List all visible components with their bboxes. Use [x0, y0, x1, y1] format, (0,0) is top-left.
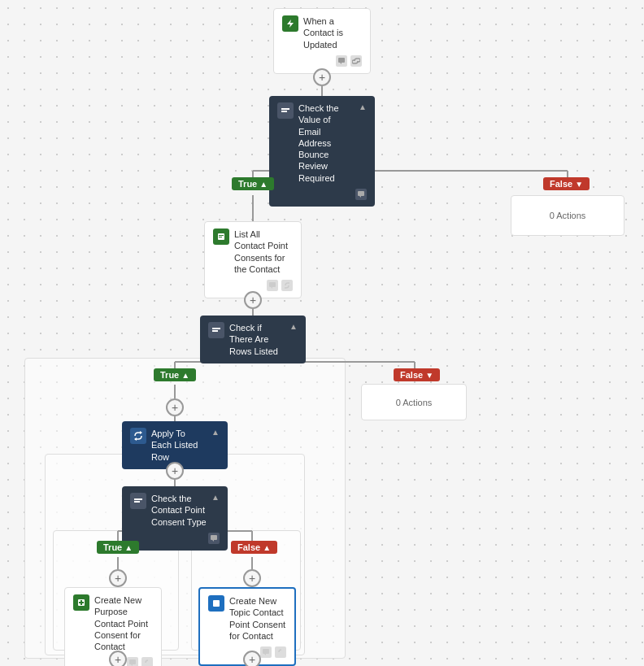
svg-marker-36: [271, 287, 272, 289]
lightning-icon: [282, 15, 298, 32]
true2-chevron: ▲: [181, 371, 189, 380]
true1-chevron: ▲: [259, 180, 268, 189]
svg-marker-40: [134, 437, 137, 441]
condition3-header: Check the Contact Point Consent Type ▲: [130, 493, 220, 528]
plus-btn-7[interactable]: +: [109, 651, 127, 666]
svg-marker-44: [212, 540, 214, 542]
svg-rect-53: [263, 649, 269, 654]
condition1-header: Check the Value of Email Address Bounce …: [277, 102, 367, 184]
svg-rect-48: [129, 659, 136, 664]
action1-title: List All Contact Point Consents for the …: [234, 229, 293, 275]
condition3-icon: [130, 493, 146, 509]
condition2-icon: [208, 322, 224, 338]
loop-chevron: ▲: [211, 428, 220, 437]
link-icon: [350, 55, 362, 67]
svg-rect-35: [269, 282, 276, 287]
svg-rect-26: [338, 58, 345, 63]
svg-marker-27: [340, 63, 342, 64]
plus-btn-1[interactable]: +: [313, 68, 331, 86]
svg-rect-42: [134, 501, 140, 503]
trigger-node-header: When a Contact is Updated: [282, 15, 362, 50]
action3-title: Create New Topic Contact Point Consent f…: [229, 595, 286, 642]
true-label-1[interactable]: True ▲: [232, 177, 274, 190]
condition1-footer: [277, 189, 367, 200]
loop-icon: [130, 428, 146, 444]
false-box-2: 0 Actions: [361, 384, 467, 420]
action1-link-icon: [281, 280, 293, 291]
svg-rect-33: [219, 235, 224, 236]
plus-btn-6[interactable]: +: [243, 569, 261, 587]
action2-title: Create New Purpose Contact Point Consent…: [94, 594, 153, 652]
condition1-comment-icon: [355, 189, 367, 200]
svg-rect-29: [281, 111, 287, 112]
svg-rect-47: [79, 602, 84, 603]
plus-btn-5[interactable]: +: [109, 569, 127, 587]
action2-comment-icon: [127, 657, 138, 666]
true3-chevron: ▲: [124, 543, 133, 552]
action3-link-icon: [275, 646, 286, 658]
loop-header: Apply To Each Listed Row ▲: [130, 428, 220, 463]
condition2-chevron: ▲: [289, 322, 298, 331]
condition3-footer: [130, 533, 220, 544]
false-label-1[interactable]: False ▼: [543, 177, 590, 190]
condition3-title: Check the Contact Point Consent Type: [151, 493, 207, 528]
svg-rect-52: [214, 603, 219, 604]
plus-btn-2[interactable]: +: [244, 291, 262, 309]
action1-footer: [213, 280, 293, 291]
loop-title: Apply To Each Listed Row: [151, 428, 207, 463]
plus-btn-4[interactable]: +: [166, 462, 184, 480]
trigger-node[interactable]: When a Contact is Updated: [273, 8, 371, 74]
condition2-title: Check if There Are Rows Listed: [229, 322, 285, 357]
false-label-3[interactable]: False ▲: [231, 541, 277, 554]
comment-icon: [336, 55, 347, 67]
action1-comment-icon: [267, 280, 278, 291]
action2-link-icon: [141, 657, 153, 666]
svg-marker-25: [287, 20, 294, 28]
svg-marker-54: [264, 654, 266, 655]
condition3-comment-icon: [208, 533, 220, 544]
true-label-3[interactable]: True ▲: [97, 541, 139, 554]
svg-marker-39: [140, 431, 142, 434]
svg-rect-41: [134, 498, 142, 500]
false3-chevron: ▲: [263, 543, 271, 552]
false1-chevron: ▼: [575, 180, 583, 189]
trigger-node-footer: [282, 55, 362, 67]
svg-rect-34: [219, 237, 222, 237]
false2-chevron: ▼: [425, 371, 433, 380]
false-box-1: 0 Actions: [511, 195, 624, 236]
condition3-chevron: ▲: [211, 493, 220, 502]
plus-btn-8[interactable]: +: [243, 651, 261, 666]
condition2-header: Check if There Are Rows Listed ▲: [208, 322, 298, 357]
svg-rect-37: [212, 328, 220, 329]
svg-rect-43: [211, 535, 217, 540]
svg-marker-31: [359, 196, 361, 198]
svg-rect-30: [358, 191, 364, 196]
action1-node[interactable]: List All Contact Point Consents for the …: [204, 221, 302, 298]
false-label-2[interactable]: False ▼: [394, 368, 440, 381]
condition2-node[interactable]: Check if There Are Rows Listed ▲: [200, 316, 306, 363]
action2-header: Create New Purpose Contact Point Consent…: [73, 594, 153, 652]
condition1-node[interactable]: Check the Value of Email Address Bounce …: [269, 96, 375, 207]
condition1-title: Check the Value of Email Address Bounce …: [298, 102, 354, 184]
action3-icon: [208, 595, 224, 612]
svg-rect-38: [212, 330, 218, 332]
action1-header: List All Contact Point Consents for the …: [213, 229, 293, 275]
flow-canvas: When a Contact is Updated + Check the Va…: [0, 0, 644, 666]
action2-icon: [73, 594, 89, 611]
action3-comment-icon: [260, 646, 272, 658]
true-label-2[interactable]: True ▲: [154, 368, 196, 381]
condition1-chevron: ▲: [359, 102, 367, 111]
condition1-icon: [277, 102, 294, 119]
trigger-node-title: When a Contact is Updated: [303, 15, 362, 50]
action1-icon: [213, 229, 229, 245]
svg-rect-28: [281, 108, 289, 110]
action3-header: Create New Topic Contact Point Consent f…: [208, 595, 286, 642]
plus-btn-3[interactable]: +: [166, 398, 184, 416]
